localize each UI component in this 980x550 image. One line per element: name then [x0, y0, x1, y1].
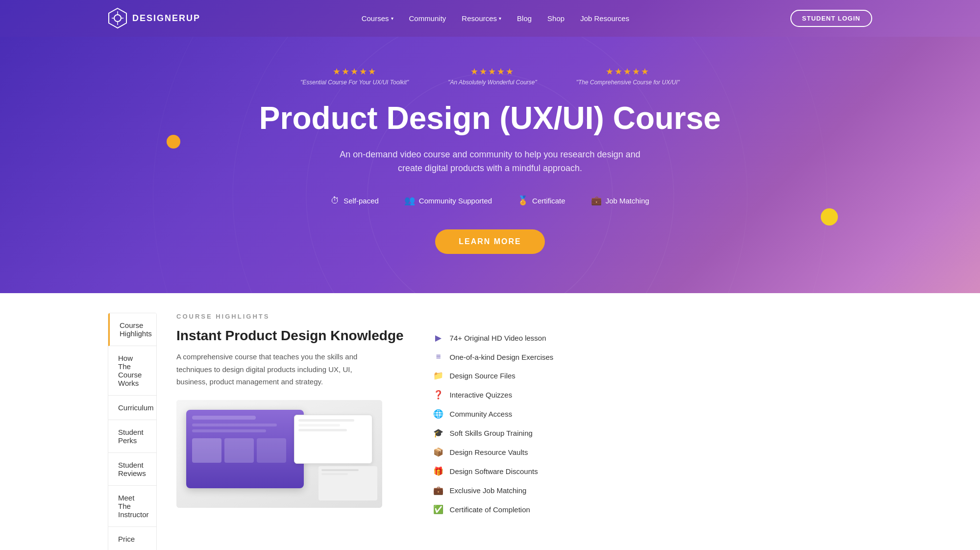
highlights-left-col: Instant Product Design Knowledge A compr…: [176, 328, 404, 524]
feature-soft-skills-label: Soft Skills Group Training: [450, 429, 533, 437]
decorative-circle-right: [821, 208, 838, 225]
highlights-title: Instant Product Design Knowledge: [176, 328, 404, 344]
main-content: Course Highlights How The Course Works C…: [0, 293, 980, 550]
course-content-area: COURSE HIGHLIGHTS Instant Product Design…: [157, 293, 980, 550]
certificate-completion-icon: ✅: [433, 504, 444, 515]
nav-resources[interactable]: Resources ▾: [462, 14, 501, 23]
feature-community-label: Community Supported: [419, 197, 492, 205]
sidebar-item-how-course-works[interactable]: How The Course Works: [108, 346, 156, 396]
sidebar-item-price[interactable]: Price: [108, 527, 156, 550]
feature-resource-vaults-label: Design Resource Vaults: [450, 448, 528, 456]
certificate-icon: 🏅: [517, 195, 528, 206]
svg-point-0: [114, 15, 121, 22]
hero-stars-row: ★★★★★ "Essential Course For Your UX/UI T…: [0, 66, 980, 86]
soft-skills-icon: 🎓: [433, 428, 444, 438]
quote-1: "Essential Course For Your UX/UI Toolkit…: [300, 79, 409, 86]
courses-chevron-icon: ▾: [391, 16, 393, 21]
preview-screen-2: [294, 415, 372, 464]
source-files-icon: 📁: [433, 371, 444, 381]
feature-hd-video: ▶ 74+ Original HD Video lesson: [433, 333, 561, 343]
feature-community-access: 🌐 Community Access: [433, 409, 561, 419]
logo-text: DESIGNERUP: [132, 13, 200, 24]
nav-logo[interactable]: DESIGNERUP: [108, 7, 200, 29]
feature-certificate: 🏅 Certificate: [517, 195, 565, 206]
sidebar-item-curriculum[interactable]: Curriculum: [108, 396, 156, 420]
feature-source-files: 📁 Design Source Files: [433, 371, 561, 381]
white-section: Course Highlights How The Course Works C…: [0, 293, 980, 550]
student-login-button[interactable]: STUDENT LOGIN: [790, 10, 872, 27]
feature-certificate-completion-label: Certificate of Completion: [450, 505, 530, 514]
star-group-2: ★★★★★ "An Absolutely Wonderful Course": [448, 66, 537, 86]
feature-quizzes-label: Interactive Quizzes: [450, 391, 513, 399]
feature-job-matching: 💼 Job Matching: [591, 195, 649, 206]
hero-subtitle: An on-demand video course and community …: [0, 148, 980, 176]
hero: ★★★★★ "Essential Course For Your UX/UI T…: [0, 37, 980, 293]
star-group-3: ★★★★★ "The Comprehensive Course for UX/U…: [576, 66, 680, 86]
resource-vaults-icon: 📦: [433, 447, 444, 457]
feature-design-exercises-label: One-of-a-kind Design Exercises: [450, 353, 554, 361]
feature-source-files-label: Design Source Files: [450, 372, 515, 380]
feature-design-exercises: ≡ One-of-a-kind Design Exercises: [433, 352, 561, 362]
feature-resource-vaults: 📦 Design Resource Vaults: [433, 447, 561, 457]
sidebar-item-student-reviews[interactable]: Student Reviews: [108, 453, 156, 486]
page-wrapper: DESIGNERUP Courses ▾ Community Resources…: [0, 0, 980, 550]
design-exercises-icon: ≡: [433, 352, 444, 362]
hero-cta-button[interactable]: LEARN MORE: [435, 229, 545, 254]
hero-title: Product Design (UX/UI) Course: [0, 100, 980, 137]
resources-chevron-icon: ▾: [499, 16, 501, 21]
quote-2: "An Absolutely Wonderful Course": [448, 79, 537, 86]
feature-community: 👥 Community Supported: [404, 195, 492, 206]
feature-hd-video-label: 74+ Original HD Video lesson: [450, 334, 546, 342]
nav-job-resources[interactable]: Job Resources: [580, 14, 629, 23]
feature-self-paced: ⏱ Self-paced: [331, 195, 379, 206]
nav-blog[interactable]: Blog: [517, 14, 532, 23]
feature-job-matching: 💼 Exclusive Job Matching: [433, 485, 561, 496]
logo-icon: [108, 7, 127, 29]
quote-3: "The Comprehensive Course for UX/UI": [576, 79, 680, 86]
feature-certificate-completion: ✅ Certificate of Completion: [433, 504, 561, 515]
software-discounts-icon: 🎁: [433, 466, 444, 476]
decorative-circle-left: [167, 135, 180, 149]
job-matching-icon: 💼: [591, 195, 602, 206]
quizzes-icon: ❓: [433, 390, 444, 400]
hero-features: ⏱ Self-paced 👥 Community Supported 🏅 Cer…: [0, 195, 980, 206]
section-label: COURSE HIGHLIGHTS: [176, 313, 951, 320]
nav-courses[interactable]: Courses ▾: [362, 14, 393, 23]
feature-job-matching-label: Job Matching: [606, 197, 649, 205]
feature-certificate-label: Certificate: [532, 197, 565, 205]
nav-links: Courses ▾ Community Resources ▾ Blog Sho…: [362, 14, 630, 23]
sidebar-item-meet-instructor[interactable]: Meet The Instructor: [108, 486, 156, 527]
community-access-icon: 🌐: [433, 409, 444, 419]
sidebar: Course Highlights How The Course Works C…: [0, 293, 157, 550]
job-matching-list-icon: 💼: [433, 485, 444, 496]
community-icon: 👥: [404, 195, 415, 206]
feature-soft-skills: 🎓 Soft Skills Group Training: [433, 428, 561, 438]
feature-community-access-label: Community Access: [450, 410, 513, 418]
feature-software-discounts: 🎁 Design Software Discounts: [433, 466, 561, 476]
preview-mock: [176, 400, 382, 508]
self-paced-icon: ⏱: [331, 196, 340, 206]
sidebar-menu: Course Highlights How The Course Works C…: [108, 313, 157, 550]
highlights-features-list: ▶ 74+ Original HD Video lesson ≡ One-of-…: [423, 328, 561, 524]
stars-1: ★★★★★: [333, 66, 377, 77]
stars-3: ★★★★★: [606, 66, 650, 77]
course-preview-image: [176, 400, 382, 508]
feature-quizzes: ❓ Interactive Quizzes: [433, 390, 561, 400]
feature-job-matching-label: Exclusive Job Matching: [450, 486, 527, 495]
hero-section: ★★★★★ "Essential Course For Your UX/UI T…: [0, 37, 980, 293]
stars-2: ★★★★★: [470, 66, 514, 77]
highlights-description: A comprehensive course that teaches you …: [176, 350, 382, 388]
hd-video-icon: ▶: [433, 333, 444, 343]
star-group-1: ★★★★★ "Essential Course For Your UX/UI T…: [300, 66, 409, 86]
nav-community[interactable]: Community: [409, 14, 446, 23]
feature-software-discounts-label: Design Software Discounts: [450, 467, 538, 475]
nav-shop[interactable]: Shop: [547, 14, 564, 23]
preview-screen-3: [318, 466, 377, 500]
course-highlights-row: Instant Product Design Knowledge A compr…: [176, 328, 951, 524]
preview-screen-1: [186, 410, 304, 488]
feature-self-paced-label: Self-paced: [343, 197, 379, 205]
navbar: DESIGNERUP Courses ▾ Community Resources…: [0, 0, 980, 37]
sidebar-item-course-highlights[interactable]: Course Highlights: [108, 313, 156, 346]
sidebar-item-student-perks[interactable]: Student Perks: [108, 420, 156, 453]
